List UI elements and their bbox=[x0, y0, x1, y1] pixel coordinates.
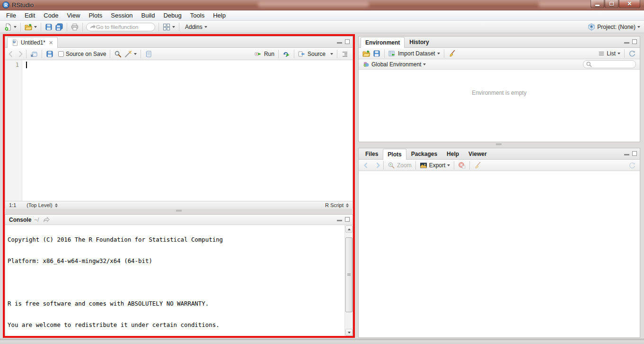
zoom-plot-button[interactable]: Zoom bbox=[386, 161, 413, 170]
tab-viewer[interactable]: Viewer bbox=[464, 148, 491, 159]
console-scrollbar[interactable] bbox=[344, 225, 353, 336]
menu-session[interactable]: Session bbox=[106, 10, 137, 20]
maximize-pane-icon[interactable] bbox=[345, 39, 350, 44]
menu-debug[interactable]: Debug bbox=[159, 10, 185, 20]
tab-help[interactable]: Help bbox=[442, 148, 464, 159]
maximize-button[interactable] bbox=[605, 0, 618, 8]
scope-selector[interactable]: (Top Level) bbox=[26, 202, 52, 208]
list-view-button[interactable]: List bbox=[597, 49, 622, 58]
source-on-save-toggle[interactable]: Source on Save bbox=[57, 50, 107, 58]
maximize-pane-icon[interactable] bbox=[632, 39, 637, 44]
magic-wand-icon bbox=[124, 50, 132, 58]
menu-bar: File Edit Code View Plots Session Build … bbox=[0, 10, 644, 21]
project-label: Project: (None) bbox=[597, 24, 635, 30]
import-dataset-button[interactable]: Import Dataset bbox=[387, 49, 441, 58]
clear-plots-button[interactable] bbox=[472, 161, 483, 170]
minimize-pane-icon[interactable] bbox=[337, 220, 342, 221]
goto-file-input[interactable] bbox=[96, 24, 148, 30]
menu-code[interactable]: Code bbox=[39, 10, 62, 20]
minimize-button[interactable] bbox=[591, 0, 604, 8]
refresh-plots-button[interactable] bbox=[627, 161, 637, 170]
open-file-button[interactable] bbox=[23, 22, 38, 32]
project-cube-icon: R bbox=[588, 23, 595, 31]
broom-icon bbox=[474, 162, 481, 169]
maximize-pane-icon[interactable] bbox=[345, 217, 350, 222]
console-popout-icon[interactable] bbox=[43, 217, 50, 223]
editor-content bbox=[22, 60, 27, 201]
new-file-button[interactable] bbox=[3, 22, 18, 32]
remove-plot-button[interactable] bbox=[457, 161, 467, 170]
save-all-icon bbox=[55, 23, 63, 31]
scroll-up-button[interactable] bbox=[345, 226, 353, 233]
panes-layout-button[interactable] bbox=[161, 22, 176, 32]
compile-report-button[interactable] bbox=[143, 49, 154, 59]
environment-search-box[interactable] bbox=[583, 60, 636, 68]
source-pane: R Untitled1* ✕ Source on Save bbox=[5, 36, 353, 208]
save-workspace-button[interactable] bbox=[371, 49, 382, 58]
menu-tools[interactable]: Tools bbox=[186, 10, 209, 20]
scrollbar-thumb[interactable] bbox=[345, 237, 353, 312]
export-plot-button[interactable]: Export bbox=[418, 161, 452, 170]
close-button[interactable]: ✕ bbox=[619, 0, 640, 8]
load-workspace-button[interactable] bbox=[361, 49, 371, 58]
source-button[interactable]: Source bbox=[297, 49, 335, 59]
console-body[interactable]: Copyright (C) 2016 The R Foundation for … bbox=[5, 225, 353, 336]
tab-close-icon[interactable]: ✕ bbox=[49, 40, 53, 46]
popout-source-button[interactable] bbox=[29, 49, 39, 59]
tab-plots[interactable]: Plots bbox=[383, 149, 406, 160]
save-button[interactable] bbox=[44, 22, 54, 32]
document-outline-button[interactable] bbox=[340, 49, 350, 59]
menu-file[interactable]: File bbox=[2, 10, 20, 20]
menu-view[interactable]: View bbox=[62, 10, 84, 20]
forward-plot-icon[interactable] bbox=[374, 162, 381, 169]
refresh-environment-button[interactable] bbox=[627, 49, 637, 58]
print-button[interactable] bbox=[70, 22, 80, 32]
rerun-button[interactable] bbox=[281, 49, 291, 59]
toolbar-separator bbox=[67, 23, 67, 31]
menu-help[interactable]: Help bbox=[209, 10, 230, 20]
save-source-button[interactable] bbox=[44, 49, 55, 59]
clear-environment-button[interactable] bbox=[447, 49, 457, 58]
open-file-caret-icon bbox=[34, 26, 37, 28]
maximize-pane-icon[interactable] bbox=[632, 151, 637, 156]
run-label: Run bbox=[264, 51, 274, 57]
save-all-button[interactable] bbox=[54, 22, 64, 32]
menu-edit[interactable]: Edit bbox=[20, 10, 39, 20]
run-button[interactable]: Run bbox=[253, 49, 276, 59]
close-icon: ✕ bbox=[627, 0, 632, 8]
menu-build[interactable]: Build bbox=[137, 10, 159, 20]
minimize-pane-icon[interactable] bbox=[624, 154, 629, 155]
goto-file-box[interactable] bbox=[86, 23, 155, 31]
tab-files[interactable]: Files bbox=[361, 148, 383, 159]
addins-button[interactable]: Addins bbox=[182, 23, 209, 31]
tab-history[interactable]: History bbox=[405, 36, 433, 47]
tab-packages[interactable]: Packages bbox=[406, 148, 442, 159]
tab-untitled1[interactable]: R Untitled1* ✕ bbox=[7, 37, 58, 48]
global-environment-selector[interactable]: Global Environment bbox=[362, 60, 427, 69]
maximize-icon bbox=[609, 2, 614, 6]
find-replace-button[interactable] bbox=[113, 49, 123, 59]
rstudio-window: R RStudio ✕ File Edit Code View Plots Se… bbox=[0, 0, 644, 344]
zoom-label: Zoom bbox=[397, 162, 412, 169]
toolbar-separator bbox=[444, 49, 444, 58]
console-title: Console bbox=[9, 217, 31, 223]
code-tools-button[interactable] bbox=[123, 49, 138, 59]
horizontal-splitter-grip[interactable] bbox=[176, 210, 182, 212]
source-caret-icon bbox=[330, 53, 333, 55]
environment-search-input[interactable] bbox=[592, 62, 634, 67]
horizontal-splitter-grip[interactable] bbox=[496, 144, 502, 146]
open-folder-icon bbox=[362, 50, 370, 57]
toolbar-separator bbox=[20, 23, 21, 31]
minimize-pane-icon[interactable] bbox=[337, 42, 342, 44]
source-on-save-checkbox[interactable] bbox=[58, 51, 64, 57]
code-editor[interactable]: 1 bbox=[5, 60, 353, 201]
file-type-selector[interactable]: R Script bbox=[325, 202, 344, 208]
tab-environment[interactable]: Environment bbox=[361, 37, 405, 48]
menu-plots[interactable]: Plots bbox=[84, 10, 106, 20]
scroll-down-button[interactable] bbox=[345, 329, 353, 336]
back-plot-icon[interactable] bbox=[363, 162, 370, 169]
toolbar-separator bbox=[337, 50, 337, 58]
minimize-pane-icon[interactable] bbox=[624, 42, 629, 44]
toolbar-separator bbox=[415, 161, 416, 170]
project-menu-button[interactable]: R Project: (None) bbox=[588, 21, 640, 33]
